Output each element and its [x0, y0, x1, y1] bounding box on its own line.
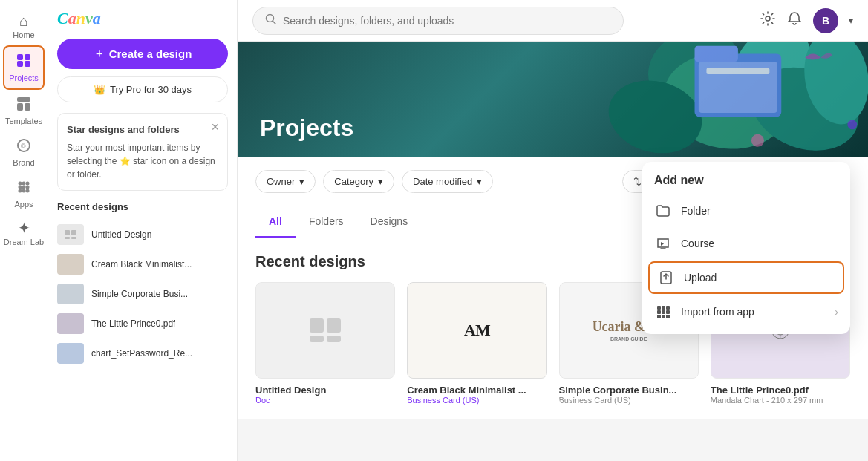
design-card[interactable]: Untitled Design Doc — [255, 282, 395, 405]
sidebar-item-templates[interactable]: Templates — [0, 90, 48, 131]
category-filter[interactable]: Category ▾ — [323, 170, 394, 193]
sidebar-item-brand[interactable]: © Brand — [0, 131, 48, 173]
tab-all[interactable]: All — [255, 206, 296, 238]
svg-rect-4 — [17, 97, 30, 102]
create-design-button[interactable]: ＋ Create a design — [57, 39, 228, 69]
tooltip-box: ✕ Star designs and folders Star your mos… — [57, 113, 228, 191]
svg-point-9 — [19, 182, 22, 186]
svg-line-23 — [273, 21, 276, 24]
brand-icon: © — [16, 137, 32, 156]
sort-icon: ⇅ — [633, 176, 642, 187]
list-item[interactable]: The Little Prince0.pdf — [57, 309, 228, 339]
svg-rect-48 — [662, 306, 665, 310]
svg-rect-38 — [327, 318, 341, 333]
svg-rect-32 — [695, 46, 738, 62]
sidebar-item-dreamlab[interactable]: ✦ Dream Lab — [0, 215, 48, 252]
try-pro-button[interactable]: 👑 Try Pro for 30 days — [57, 76, 228, 102]
sidebar-item-projects[interactable]: Projects — [3, 45, 45, 90]
design-name: The Little Prince0.pdf — [91, 318, 175, 329]
tab-designs[interactable]: Designs — [357, 206, 422, 238]
design-thumb — [57, 284, 84, 304]
search-input[interactable] — [283, 15, 611, 27]
list-item[interactable]: chart_SetPassword_Re... — [57, 339, 228, 368]
search-bar[interactable] — [252, 7, 624, 35]
owner-filter[interactable]: Owner ▾ — [255, 170, 316, 193]
svg-rect-53 — [657, 315, 661, 318]
hero-banner: Projects — [238, 42, 868, 157]
svg-rect-3 — [25, 54, 30, 60]
svg-rect-34 — [706, 68, 769, 74]
svg-rect-37 — [310, 318, 324, 333]
projects-icon — [16, 53, 32, 71]
svg-point-12 — [19, 186, 22, 189]
design-card-title: Untitled Design — [255, 385, 395, 396]
sidebar-item-label: Dream Lab — [4, 238, 44, 246]
date-modified-filter[interactable]: Date modified ▾ — [402, 170, 493, 193]
design-card-sub: Business Card (US) — [407, 396, 546, 405]
svg-point-10 — [22, 182, 26, 186]
dropdown-item-folder[interactable]: Folder — [642, 194, 850, 227]
svg-rect-47 — [657, 306, 661, 310]
plus-icon: ＋ — [94, 47, 105, 61]
design-thumb — [57, 254, 84, 275]
dropdown-item-label: Folder — [681, 205, 711, 217]
design-card-thumb — [255, 282, 395, 379]
tooltip-close-button[interactable]: ✕ — [211, 120, 220, 135]
svg-point-36 — [847, 120, 857, 130]
left-panel: Canva ＋ Create a design 👑 Try Pro for 30… — [48, 0, 238, 461]
course-icon — [654, 235, 672, 252]
settings-icon[interactable] — [760, 10, 776, 30]
sidebar-item-label: Apps — [14, 200, 33, 209]
svg-rect-6 — [25, 103, 30, 111]
list-item[interactable]: Untitled Design — [57, 220, 228, 249]
chevron-down-icon[interactable]: ▾ — [849, 16, 853, 26]
list-item[interactable]: Simple Corporate Busi... — [57, 279, 228, 309]
list-item[interactable]: Cream Black Minimalist... — [57, 249, 228, 279]
svg-point-35 — [751, 134, 764, 147]
design-card-thumb: AM — [407, 282, 546, 379]
sidebar-item-label: Projects — [9, 73, 39, 82]
svg-point-17 — [26, 189, 30, 193]
dropdown-item-course[interactable]: Course — [642, 227, 850, 260]
chevron-down-icon: ▾ — [477, 176, 482, 187]
sidebar-item-home[interactable]: ⌂ Home — [0, 7, 48, 45]
avatar[interactable]: B — [813, 8, 838, 33]
design-card-title: Cream Black Minimalist ... — [407, 385, 546, 396]
svg-point-15 — [19, 189, 22, 193]
svg-point-14 — [26, 186, 30, 189]
design-card-sub: Business Card (US) — [559, 396, 699, 405]
home-icon: ⌂ — [19, 13, 28, 28]
design-name: chart_SetPassword_Re... — [91, 348, 192, 359]
svg-rect-52 — [666, 310, 670, 314]
svg-rect-21 — [71, 237, 76, 239]
design-name: Cream Black Minimalist... — [91, 259, 192, 269]
dropdown-item-upload[interactable]: Upload — [648, 261, 844, 294]
sidebar-item-label: Home — [13, 30, 34, 39]
svg-rect-20 — [65, 237, 70, 239]
recent-label: Recent designs — [57, 201, 228, 212]
svg-rect-39 — [310, 336, 324, 342]
templates-icon — [16, 96, 32, 114]
svg-rect-40 — [327, 336, 341, 342]
svg-rect-55 — [666, 315, 670, 318]
design-card[interactable]: AM Cream Black Minimalist ... Business C… — [407, 282, 546, 405]
tooltip-title: Star designs and folders — [67, 122, 218, 137]
design-name: Untitled Design — [91, 229, 151, 240]
tab-folders[interactable]: Folders — [296, 206, 357, 238]
dreamlab-icon: ✦ — [18, 220, 30, 235]
svg-text:©: © — [21, 143, 26, 150]
dropdown-item-label: Import from app — [681, 306, 754, 318]
sidebar-item-apps[interactable]: Apps — [0, 173, 48, 215]
notifications-icon[interactable] — [786, 10, 803, 30]
svg-rect-50 — [657, 310, 661, 314]
svg-point-13 — [22, 186, 26, 189]
recent-designs-list: Untitled Design Cream Black Minimalist..… — [57, 220, 228, 368]
svg-point-11 — [26, 182, 30, 186]
design-card-title: Simple Corporate Busin... — [559, 385, 699, 396]
dropdown-item-import[interactable]: Import from app › — [642, 295, 850, 328]
import-icon — [654, 303, 672, 321]
dropdown-item-label: Course — [681, 238, 714, 249]
sidebar-item-label: Brand — [13, 158, 34, 167]
design-card-title: The Little Prince0.pdf — [711, 385, 850, 396]
add-new-dropdown: Add new Folder Course Upload — [642, 162, 850, 334]
